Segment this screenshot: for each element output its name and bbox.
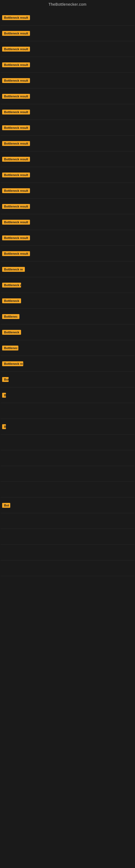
list-item bbox=[1, 513, 134, 529]
list-item: Bottleneck result bbox=[1, 104, 134, 120]
list-item bbox=[1, 545, 134, 560]
list-item: Bottleneck result bbox=[1, 73, 134, 88]
list-item: Bottleneck re bbox=[1, 261, 134, 277]
list-item bbox=[1, 529, 134, 545]
list-item: Bottleneck result bbox=[1, 214, 134, 230]
list-item: Bottleneck bbox=[1, 388, 134, 403]
list-item: Bot bbox=[1, 497, 134, 513]
list-item: Bottleneck result bbox=[1, 57, 134, 73]
list-item: Bottlen bbox=[1, 372, 134, 388]
bottleneck-badge[interactable]: Bottleneck result bbox=[2, 157, 30, 162]
list-item: Bottlenec bbox=[1, 309, 134, 324]
bottleneck-badge[interactable]: Bottleneck result bbox=[2, 236, 30, 240]
bottleneck-badge[interactable]: Bottleneck result bbox=[2, 110, 30, 115]
site-header: TheBottlenecker.com bbox=[0, 0, 135, 10]
bottleneck-badge[interactable]: Bottleneck result bbox=[2, 62, 30, 67]
bottleneck-badge[interactable]: Bot bbox=[2, 503, 10, 508]
list-item: Bottleneck result bbox=[1, 26, 134, 41]
bottleneck-badge[interactable]: Bottleneck result bbox=[2, 31, 30, 36]
list-item bbox=[1, 450, 134, 466]
bottleneck-badge[interactable]: Bottleneck result bbox=[2, 125, 30, 130]
bottleneck-badge[interactable]: Bottleneck result bbox=[2, 78, 30, 83]
bottleneck-badge[interactable]: Bottleneck resul bbox=[2, 283, 21, 287]
bottleneck-badge[interactable]: Bottlen bbox=[2, 377, 9, 382]
bottleneck-badge[interactable]: Bottleneck result bbox=[2, 94, 30, 99]
bottleneck-badge[interactable]: Bottleneck re bbox=[2, 361, 23, 366]
list-item: Bottlenec bbox=[1, 340, 134, 356]
list-item: Bottleneck result bbox=[1, 183, 134, 198]
bottleneck-badge[interactable]: Bottleneck result bbox=[2, 251, 30, 256]
list-item bbox=[1, 482, 134, 497]
bottleneck-badge[interactable]: Bottleneck bbox=[2, 299, 21, 303]
bottleneck-badge[interactable]: B bbox=[2, 424, 6, 429]
bottleneck-badge[interactable]: Bottleneck re bbox=[2, 267, 25, 272]
list-item: B bbox=[1, 419, 134, 435]
list-item: Bottleneck result bbox=[1, 10, 134, 26]
list-item: Bottleneck re bbox=[1, 356, 134, 372]
list-item: Bottleneck result bbox=[1, 198, 134, 214]
bottleneck-badge[interactable]: Bottlenec bbox=[2, 346, 18, 350]
bottleneck-badge[interactable]: Bottleneck result bbox=[2, 204, 30, 209]
list-item: Bo bbox=[1, 403, 134, 419]
list-item bbox=[1, 435, 134, 450]
list-item: Bottleneck result bbox=[1, 230, 134, 246]
list-item bbox=[1, 466, 134, 482]
list-item: Bottleneck bbox=[1, 324, 134, 340]
bottleneck-badge[interactable]: Bottleneck bbox=[2, 330, 21, 335]
bottleneck-badge[interactable]: Bottleneck result bbox=[2, 15, 30, 20]
bottleneck-badge[interactable]: Bottleneck result bbox=[2, 188, 30, 193]
list-item: Bottleneck result bbox=[1, 135, 134, 151]
list-item: Bottleneck result bbox=[1, 120, 134, 135]
bottleneck-badge[interactable]: Bottleneck result bbox=[2, 220, 30, 225]
list-item: Bottleneck result bbox=[1, 88, 134, 104]
list-item: Bottleneck result bbox=[1, 246, 134, 261]
main-container: Bottleneck resultBottleneck resultBottle… bbox=[0, 10, 135, 576]
bottleneck-badge[interactable]: Bottleneck result bbox=[2, 46, 30, 52]
list-item: Bottleneck bbox=[1, 293, 134, 309]
list-item: Bottleneck result bbox=[1, 151, 134, 167]
bottleneck-badge[interactable]: Bottleneck result bbox=[2, 173, 30, 177]
bottleneck-badge[interactable]: Bottlenec bbox=[2, 314, 19, 319]
bottleneck-badge[interactable]: Bottleneck bbox=[2, 393, 6, 398]
list-item: Bottleneck result bbox=[1, 167, 134, 183]
bottleneck-badge[interactable]: Bottleneck result bbox=[2, 141, 30, 146]
list-item bbox=[1, 560, 134, 576]
list-item: Bottleneck resul bbox=[1, 277, 134, 293]
list-item: Bottleneck result bbox=[1, 41, 134, 57]
